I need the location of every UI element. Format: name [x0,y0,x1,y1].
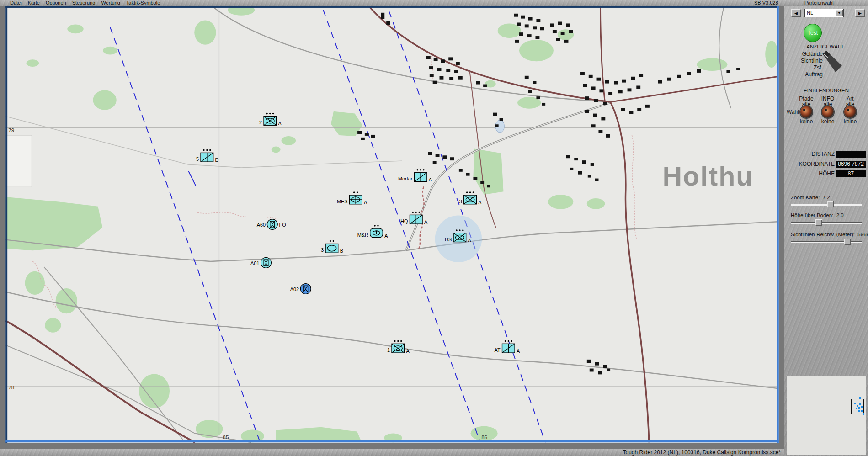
zoom-slider-thumb[interactable] [827,201,834,207]
koordinate-value: 8696 7872 [836,161,866,168]
unit-label-left: A01 [250,260,259,266]
los-slider-label: Sichtlinien-Reichw. (Meter): 5969 [791,232,868,237]
test-button[interactable]: Test [804,24,822,42]
unit-label-right: D [215,157,219,163]
minimap-unit-dot [861,406,863,408]
unit-label-right: A [406,348,410,354]
map-place-label: Holthu [662,161,753,191]
hoehe-label: HÖHE [784,170,835,177]
unit-label-left: DS [445,237,452,242]
minimap-unit-dot [857,405,858,407]
version-label: SB V3.028 [754,0,778,6]
unit-label-right: B [340,248,343,254]
menu-karte[interactable]: Karte [28,0,40,6]
chevron-down-icon: ▼ [838,9,841,17]
minimap-unit-dot [858,410,860,412]
next-icon: ▶ [858,11,862,16]
minimap-unit-dot [861,410,863,412]
height-label-text: Höhe über Boden: [791,212,833,218]
minimap-unit-dot [856,408,857,409]
scenario-status-text: Tough Rider 2012 (NL), 100316, Duke Call… [623,449,781,456]
height-slider-thumb[interactable] [815,219,822,226]
party-dropdown-value: NL [807,10,813,16]
wahl-label: Wahl [787,109,799,115]
unit-label-left: A02 [290,286,299,292]
height-slider[interactable] [791,222,862,224]
koordinate-label: KOORDINATE [784,161,835,168]
party-select-label: Parteienwahl [804,0,834,6]
unit-label-right: FO [279,222,286,228]
minimap-unit-dot [863,413,864,415]
minimap-unit-dot [859,403,861,405]
menu-taktik-symbole[interactable]: Taktik-Symbole [126,0,160,6]
menu-bar: Datei Karte Optionen Steuerung Wertung T… [0,0,868,6]
unit-label-right: A [429,177,432,182]
los-slider-thumb[interactable] [844,239,851,245]
anzeigewahl-header: ANZEIGEWAHL [793,44,857,49]
unit-label-right: A [384,233,388,239]
info-knob[interactable] [822,106,834,118]
unit-label-right: A [517,348,520,354]
anzeige-item-gelaende[interactable]: Gelände [802,51,823,57]
art-knob[interactable] [844,106,856,118]
test-button-label: Test [808,30,818,36]
unit-label-right: A [278,121,282,126]
unit-label-right: A [468,238,472,243]
pfade-knob[interactable] [800,106,812,118]
anzeige-knob-pointer[interactable] [821,50,844,73]
unit-label-left: 5 [196,156,199,162]
menu-datei[interactable]: Datei [10,0,22,6]
menu-steuerung[interactable]: Steuerung [72,0,96,6]
grid-label: 85 [223,434,229,440]
zoom-slider-label: Zoom Karte: 7.2 [791,195,830,200]
grid-label: 86 [481,434,488,440]
unit-label-left: 1 [387,347,390,353]
hoehe-value: 87 [836,170,866,177]
minimap-unit-dot [858,407,860,409]
party-next-button[interactable]: ▶ [855,9,865,17]
zoom-value: 7.2 [823,195,830,200]
prev-icon: ◀ [794,11,798,16]
grid-label: 79 [8,127,15,133]
pfade-keine-label: keine [795,118,817,125]
zoom-slider[interactable] [791,204,862,206]
unit-label-left: AT [495,347,501,353]
los-slider[interactable] [791,241,862,243]
unit-label-right: A [478,200,482,205]
unit-label-left: M&R [357,232,368,238]
einblendungen-header: EINBLENDUNGEN [784,88,868,93]
minimap-unit-dot [859,397,861,399]
dropdown-arrow-button[interactable]: ▼ [836,10,843,16]
zoom-label-text: Zoom Karte: [791,195,820,200]
party-dropdown[interactable]: NL ▼ [804,9,844,17]
menu-optionen[interactable]: Optionen [46,0,66,6]
anzeige-item-sichtlinie[interactable]: Sichtlinie [801,58,823,64]
status-bar: Tough Rider 2012 (NL), 100316, Duke Call… [0,449,784,456]
distanz-label: DISTANZ [784,151,835,158]
anzeige-item-auftrag[interactable]: Auftrag [805,71,823,78]
unit-label-left: A60 [257,222,266,228]
control-sidebar: ◀ NL ▼ ▶ Test ANZEIGEWAHL Gelände Sichtl… [784,6,868,456]
unit-label-left: 3 [459,199,462,204]
height-value: 2.0 [836,212,844,218]
los-label-text: Sichtlinien-Reichw. (Meter): [791,232,855,237]
unit-label-right: A [424,219,428,225]
art-keine-label: keine [839,118,861,125]
map-compound [5,135,32,187]
menu-wertung[interactable]: Wertung [101,0,120,6]
unit-label-left: MES [337,199,347,204]
minimap-unit-dot [854,403,856,404]
unit-label-left: HQ [400,218,408,224]
grid-label: 78 [8,384,15,391]
los-value: 5969 [857,232,868,237]
distanz-value [836,151,866,158]
unit-label-left: 2 [259,120,262,125]
unit-label-left: 3 [321,247,324,253]
unit-label-left: Mortar [398,176,413,181]
overview-minimap[interactable] [787,376,866,455]
party-prev-button[interactable]: ◀ [791,9,801,17]
height-slider-label: Höhe über Boden: 2.0 [791,212,844,218]
map-canvas[interactable]: Holthu 2A5DMortarAMESA3AHQAM&RADSAA60FO3… [0,6,784,449]
unit-label-right: A [364,200,367,205]
steel-beasts-window: Datei Karte Optionen Steuerung Wertung T… [0,0,868,456]
